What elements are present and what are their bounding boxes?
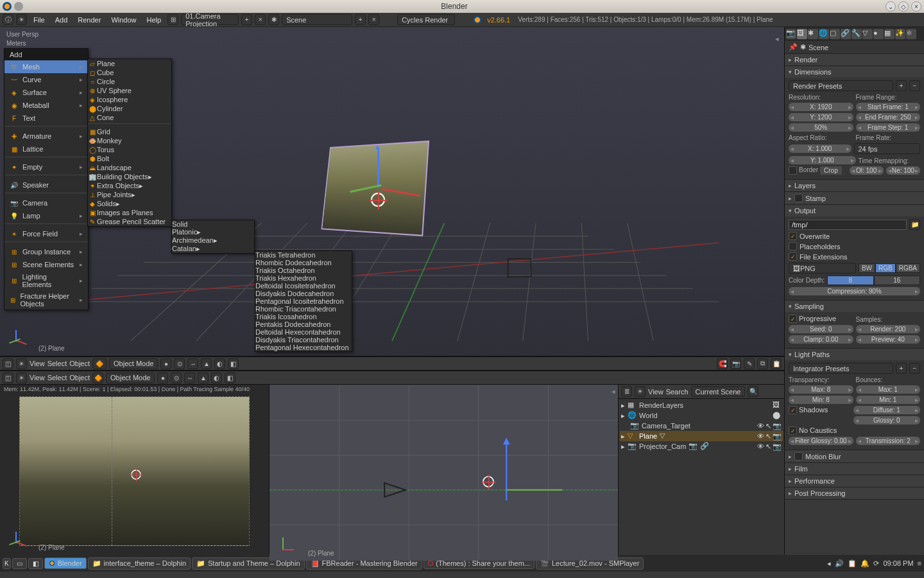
add-lattice[interactable]: ▦Lattice: [4, 143, 88, 155]
visibility-icon[interactable]: 👁: [757, 442, 764, 451]
renderable-icon[interactable]: 📷: [773, 432, 782, 441]
fileext-check[interactable]: ✓: [789, 252, 797, 261]
add-scene-elements[interactable]: ⊞Scene Elements▸: [4, 258, 88, 271]
trans-min[interactable]: Min: 8: [789, 396, 853, 404]
add-lamp[interactable]: 💡Lamp▸: [4, 209, 88, 222]
activity-icon[interactable]: ◧: [28, 558, 43, 569]
catalan-triakis-icosa[interactable]: Triakis Icosahedron: [255, 313, 352, 320]
progressive-check[interactable]: ✓: [789, 315, 797, 323]
mode-selector-2[interactable]: Object Mode: [106, 372, 155, 383]
vp2-menu-select[interactable]: Select: [47, 374, 67, 381]
menu-render[interactable]: Render: [74, 15, 105, 25]
tab-material[interactable]: ●: [873, 29, 884, 39]
menu-window[interactable]: Window: [107, 15, 140, 25]
catalan-triakis-tetra[interactable]: Triakis Tetrahedron: [255, 251, 352, 259]
material-icon[interactable]: ⬤: [773, 411, 782, 420]
clamp-field[interactable]: Clamp: 0.00: [789, 335, 853, 344]
tab-scene[interactable]: ✱: [808, 29, 818, 39]
add-armature[interactable]: ✚Armature▸: [4, 130, 88, 143]
mesh-landscape[interactable]: ⛰Landscape: [88, 163, 171, 172]
plane-object[interactable]: [321, 141, 430, 236]
catalan-rhombic-triaconta[interactable]: Rhombic Triacontahedron: [255, 305, 352, 313]
manip-toggle-2[interactable]: ↔: [184, 372, 195, 383]
preset-add-icon[interactable]: +: [896, 80, 907, 91]
tab-render-layers[interactable]: 🖼: [797, 29, 807, 39]
overwrite-check[interactable]: ✓: [789, 232, 797, 240]
show-desktop[interactable]: ▭: [12, 558, 27, 569]
placeholders-check[interactable]: [789, 242, 797, 250]
outliner-render-icon[interactable]: ☀: [635, 386, 646, 397]
panel-layers-header[interactable]: ▸Layers: [785, 180, 924, 191]
clock[interactable]: 09:08 PM: [883, 559, 913, 567]
mesh-icosphere[interactable]: ◈Icosphere: [88, 95, 171, 104]
outliner-view[interactable]: View: [648, 388, 663, 396]
fps-selector[interactable]: 24 fps: [854, 143, 921, 154]
tab-data[interactable]: ▽: [862, 29, 873, 39]
panel-dimensions-header[interactable]: ▾Dimensions: [785, 66, 924, 78]
panel-sampling-header[interactable]: ▾Sampling: [785, 301, 924, 312]
mesh-grid[interactable]: ▦Grid: [88, 127, 171, 136]
mesh-solids[interactable]: ◆Solids▸: [88, 199, 171, 208]
editor-type-icon[interactable]: ⓘ: [3, 14, 13, 25]
add-text[interactable]: FText: [4, 112, 88, 125]
aspect-x-field[interactable]: X: 1.000: [789, 144, 851, 153]
seed-field[interactable]: Seed: 0: [789, 325, 853, 333]
glossy-field[interactable]: Glossy: 0: [853, 416, 921, 425]
add-surface[interactable]: ◈Surface▸: [4, 86, 88, 99]
tab-render[interactable]: 📷: [786, 29, 796, 39]
tab-texture[interactable]: ▦: [884, 29, 894, 39]
selectable-icon[interactable]: ↖: [766, 442, 771, 451]
panel-lightpaths-header[interactable]: ▾Light Paths: [785, 349, 924, 360]
tray-notifications-icon[interactable]: 🔔: [860, 559, 869, 568]
add-metaball[interactable]: ◉Metaball▸: [4, 99, 88, 112]
mesh-cone[interactable]: △Cone: [88, 113, 171, 122]
nocaustics-check[interactable]: ✓: [789, 426, 797, 435]
manipulator-z-icon[interactable]: [377, 149, 379, 188]
visibility-icon[interactable]: 👁: [757, 432, 764, 441]
add-group[interactable]: ⊞Group Instance▸: [4, 245, 88, 258]
bounce-min[interactable]: Min: 1: [856, 396, 921, 404]
start-frame-field[interactable]: Start Frame: 1: [856, 103, 921, 111]
layout-browse-icon[interactable]: ⊞: [167, 14, 178, 25]
catalan-pentagonal-hexeconta[interactable]: Pentagonal Hexecontahedron: [255, 344, 352, 351]
border-checkbox[interactable]: [789, 166, 797, 175]
minimize-button[interactable]: ⌄: [886, 1, 896, 12]
res-x-field[interactable]: X: 1920: [789, 103, 853, 111]
end-frame-field[interactable]: End Frame: 250: [856, 113, 921, 121]
folder-icon[interactable]: 📁: [909, 219, 920, 230]
transmission-field[interactable]: Transmission: 2: [856, 437, 921, 445]
mesh-monkey[interactable]: 🐵Monkey: [88, 136, 171, 145]
task-dolphin-1[interactable]: 📁interface_theme – Dolphin: [88, 557, 191, 570]
menu-add[interactable]: Add: [51, 15, 72, 25]
solids-catalan[interactable]: Catalan▸: [172, 245, 254, 253]
scene-browse-icon[interactable]: ✱: [268, 14, 279, 25]
tray-clipboard-icon[interactable]: 📋: [848, 559, 857, 568]
camera-object-icon[interactable]: [508, 258, 532, 278]
add-fracture[interactable]: ⊞Fracture Helper Objects▸: [4, 290, 88, 310]
trans-max[interactable]: Max: 8: [789, 385, 853, 394]
vp2-menu-object[interactable]: Object: [69, 374, 90, 381]
visibility-icon[interactable]: 👁: [757, 422, 764, 430]
tray-expand-icon[interactable]: ◂: [827, 559, 831, 568]
outliner-mode[interactable]: Current Scene: [691, 386, 746, 397]
tray-panel-icon[interactable]: ≡: [918, 559, 921, 567]
tray-updates-icon[interactable]: ⟳: [873, 559, 879, 568]
filter-glossy[interactable]: Filter Glossy: 0.00: [789, 437, 853, 445]
catalan-pentakis-dodeca[interactable]: Pentakis Dodecahedron: [255, 320, 352, 328]
outliner-search[interactable]: Search: [666, 388, 689, 396]
breadcrumb-scene[interactable]: Scene: [809, 44, 828, 51]
selectable-icon[interactable]: ↖: [766, 432, 771, 441]
mesh-building[interactable]: 🏢Building Objects▸: [88, 172, 171, 181]
mesh-plane[interactable]: ▱Plane: [88, 59, 171, 68]
panel-motionblur[interactable]: ▸Motion Blur: [785, 450, 924, 462]
mesh-bolt[interactable]: ⬢Bolt: [88, 154, 171, 163]
tab-modifiers[interactable]: 🔧: [851, 29, 862, 39]
depth-16[interactable]: 16: [874, 276, 920, 285]
crop-toggle[interactable]: Crop: [820, 166, 842, 175]
manip-s-2[interactable]: ◧: [225, 372, 235, 383]
catalan-triakis-hexa[interactable]: Triakis Hexahedron: [255, 274, 352, 282]
solids-platonic[interactable]: Platonic▸: [172, 228, 254, 236]
image-icon[interactable]: 🖼: [773, 401, 782, 410]
panel-stamp-header[interactable]: ▸Stamp: [785, 192, 924, 204]
catalan-disdyakis-triaconta[interactable]: Disdyakis Triacontahedron: [255, 336, 352, 344]
